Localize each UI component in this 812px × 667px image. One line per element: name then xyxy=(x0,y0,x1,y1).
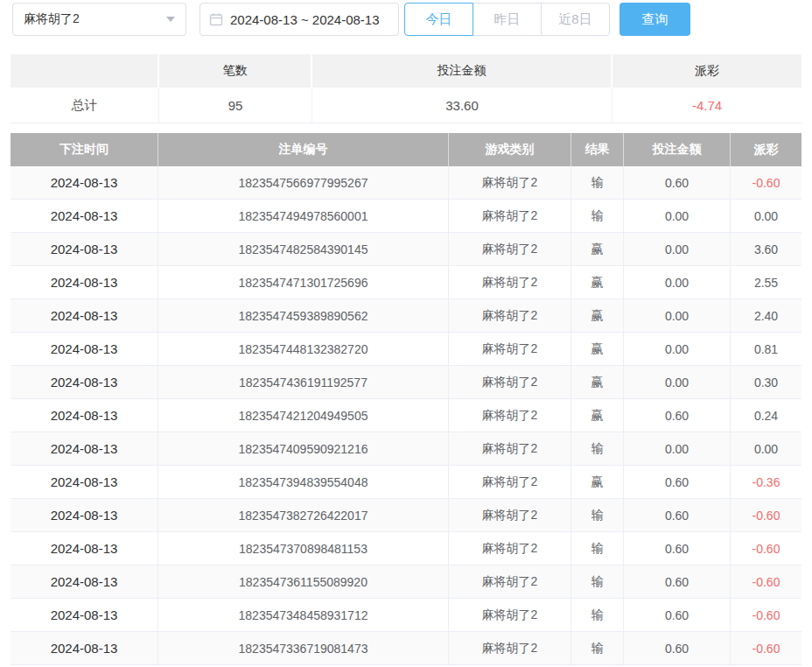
cell-bet-amount: 0.00 xyxy=(624,333,731,365)
summary-header-bet-amount: 投注金额 xyxy=(312,54,612,88)
date-range-value: 2024-08-13 ~ 2024-08-13 xyxy=(230,12,380,27)
calendar-icon xyxy=(209,12,223,26)
yesterday-button[interactable]: 昨日 xyxy=(472,3,542,36)
cell-bet-id: 1823547421204949505 xyxy=(158,399,449,432)
cell-game-type: 麻将胡了2 xyxy=(449,466,571,498)
cell-bet-time: 2024-08-13 xyxy=(10,200,158,232)
table-row: 2024-08-131823547421204949505麻将胡了2赢0.600… xyxy=(10,399,802,432)
cell-bet-amount: 0.00 xyxy=(624,200,731,232)
table-row: 2024-08-131823547436191192577麻将胡了2赢0.000… xyxy=(10,366,802,399)
cell-bet-amount: 0.00 xyxy=(624,266,731,298)
cell-payout: -0.60 xyxy=(731,632,802,664)
cell-result: 输 xyxy=(571,499,624,531)
cell-bet-time: 2024-08-13 xyxy=(10,532,158,565)
cell-bet-id: 1823547459389890562 xyxy=(158,299,449,332)
cell-payout: 2.40 xyxy=(731,299,802,332)
summary-table: 笔数 投注金额 派彩 总计 95 33.60 -4.74 xyxy=(10,54,802,123)
cell-result: 输 xyxy=(571,166,624,199)
cell-payout: 2.55 xyxy=(731,266,802,298)
cell-game-type: 麻将胡了2 xyxy=(449,599,571,631)
cell-payout: 3.60 xyxy=(731,233,802,265)
cell-result: 赢 xyxy=(571,399,624,432)
cell-bet-amount: 0.00 xyxy=(624,233,731,265)
cell-game-type: 麻将胡了2 xyxy=(449,432,571,465)
cell-payout: 0.00 xyxy=(731,432,802,465)
cell-game-type: 麻将胡了2 xyxy=(449,565,571,598)
game-select[interactable]: 麻将胡了2 xyxy=(12,3,186,36)
cell-bet-time: 2024-08-13 xyxy=(10,166,158,199)
cell-result: 赢 xyxy=(571,266,624,298)
cell-bet-time: 2024-08-13 xyxy=(10,466,158,498)
query-button[interactable]: 查询 xyxy=(620,3,690,36)
cell-payout: -0.36 xyxy=(731,466,802,498)
table-row: 2024-08-131823547471301725696麻将胡了2赢0.002… xyxy=(10,266,802,299)
cell-bet-id: 1823547382726422017 xyxy=(158,499,449,531)
table-row: 2024-08-131823547370898481153麻将胡了2输0.60-… xyxy=(10,532,802,565)
cell-bet-amount: 0.60 xyxy=(624,565,731,598)
cell-bet-amount: 0.60 xyxy=(624,599,731,631)
cell-bet-time: 2024-08-13 xyxy=(10,432,158,465)
cell-game-type: 麻将胡了2 xyxy=(449,499,571,531)
last-8-days-button[interactable]: 近8日 xyxy=(541,3,610,36)
quick-range-group: 今日 昨日 近8日 xyxy=(404,3,610,36)
summary-total-label: 总计 xyxy=(10,88,159,123)
game-select-value: 麻将胡了2 xyxy=(24,11,161,27)
cell-game-type: 麻将胡了2 xyxy=(449,200,571,232)
table-row: 2024-08-131823547566977995267麻将胡了2输0.60-… xyxy=(10,166,802,200)
cell-bet-id: 1823547348458931712 xyxy=(158,599,449,631)
cell-result: 输 xyxy=(571,200,624,232)
cell-bet-id: 1823547436191192577 xyxy=(158,366,449,398)
col-game-type: 游戏类别 xyxy=(449,133,571,166)
cell-result: 输 xyxy=(571,565,624,598)
cell-payout: -0.60 xyxy=(731,166,802,199)
cell-bet-time: 2024-08-13 xyxy=(10,299,158,332)
cell-bet-amount: 0.60 xyxy=(624,632,731,664)
cell-bet-time: 2024-08-13 xyxy=(10,499,158,531)
cell-result: 输 xyxy=(571,599,624,631)
table-row: 2024-08-131823547482584390145麻将胡了2赢0.003… xyxy=(10,233,802,266)
bet-table: 下注时间 注单编号 游戏类别 结果 投注金额 派彩 2024-08-131823… xyxy=(10,133,802,665)
table-row: 2024-08-131823547336719081473麻将胡了2输0.60-… xyxy=(10,632,802,665)
cell-bet-amount: 0.60 xyxy=(624,166,731,199)
cell-game-type: 麻将胡了2 xyxy=(449,632,571,664)
col-bet-id: 注单编号 xyxy=(158,133,449,166)
cell-game-type: 麻将胡了2 xyxy=(449,166,571,199)
cell-result: 赢 xyxy=(571,299,624,332)
col-payout: 派彩 xyxy=(731,133,802,166)
summary-header-count: 笔数 xyxy=(159,54,312,88)
cell-payout: -0.60 xyxy=(731,499,802,531)
cell-payout: -0.60 xyxy=(731,565,802,598)
summary-header-empty xyxy=(10,54,159,88)
cell-result: 输 xyxy=(571,632,624,664)
cell-bet-time: 2024-08-13 xyxy=(10,565,158,598)
cell-bet-time: 2024-08-13 xyxy=(10,399,158,432)
summary-total-count: 95 xyxy=(159,88,312,123)
cell-bet-amount: 0.60 xyxy=(624,399,731,432)
cell-bet-id: 1823547566977995267 xyxy=(158,166,449,199)
table-row: 2024-08-131823547448132382720麻将胡了2赢0.000… xyxy=(10,333,802,366)
cell-payout: 0.00 xyxy=(731,200,802,232)
cell-bet-amount: 0.00 xyxy=(624,432,731,465)
summary-total-row: 总计 95 33.60 -4.74 xyxy=(10,88,802,123)
cell-result: 赢 xyxy=(571,366,624,398)
cell-bet-id: 1823547494978560001 xyxy=(158,200,449,232)
table-row: 2024-08-131823547361155089920麻将胡了2输0.60-… xyxy=(10,565,802,599)
cell-result: 赢 xyxy=(571,466,624,498)
cell-bet-time: 2024-08-13 xyxy=(10,632,158,664)
cell-bet-time: 2024-08-13 xyxy=(10,266,158,298)
today-button[interactable]: 今日 xyxy=(404,3,473,36)
bet-history-page: 麻将胡了2 2024-08-13 ~ 2024-08-13 今日 昨日 近8日 … xyxy=(0,0,812,667)
table-row: 2024-08-131823547382726422017麻将胡了2输0.60-… xyxy=(10,499,802,532)
chevron-down-icon xyxy=(166,17,175,22)
cell-game-type: 麻将胡了2 xyxy=(449,299,571,332)
date-range-picker[interactable]: 2024-08-13 ~ 2024-08-13 xyxy=(200,3,399,36)
cell-bet-time: 2024-08-13 xyxy=(10,333,158,365)
cell-bet-id: 1823547336719081473 xyxy=(158,632,449,664)
cell-result: 赢 xyxy=(571,233,624,265)
cell-payout: 0.30 xyxy=(731,366,802,398)
cell-bet-id: 1823547409590921216 xyxy=(158,432,449,465)
cell-bet-id: 1823547361155089920 xyxy=(158,565,449,598)
cell-game-type: 麻将胡了2 xyxy=(449,399,571,432)
table-row: 2024-08-131823547394839554048麻将胡了2赢0.60-… xyxy=(10,466,802,499)
cell-game-type: 麻将胡了2 xyxy=(449,266,571,298)
